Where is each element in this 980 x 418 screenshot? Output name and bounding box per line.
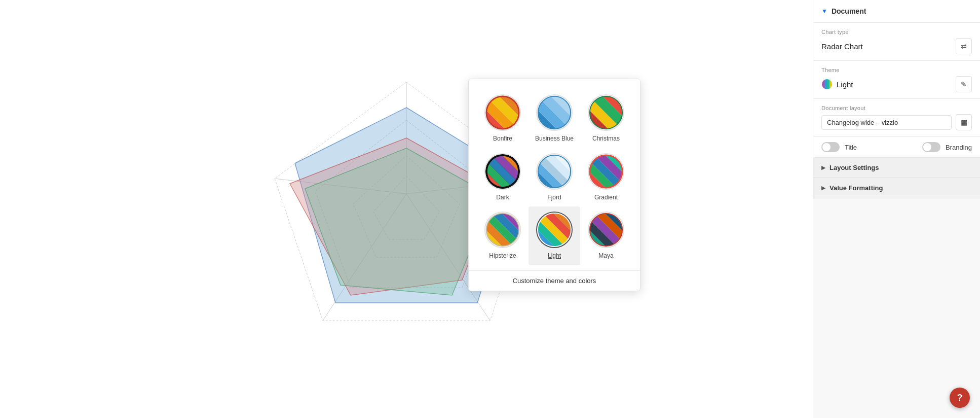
theme-swatch-maya — [588, 212, 624, 248]
document-label: Document — [832, 7, 866, 15]
branding-toggle-item: Branding — [922, 142, 972, 152]
theme-swatch-gradient — [588, 153, 624, 190]
theme-swatch-bonfire — [484, 94, 521, 131]
theme-current-value: Light — [837, 80, 853, 89]
theme-popup: Bonfire — [468, 79, 640, 291]
theme-name-business-blue: Business Blue — [535, 135, 574, 143]
theme-row: Light ✎ — [821, 76, 972, 92]
chart-area: ❮ — [0, 0, 813, 418]
theme-item-maya[interactable]: Maya — [580, 206, 632, 265]
theme-item-christmas[interactable]: Christmas — [580, 89, 632, 148]
value-formatting-row[interactable]: ▶ Value Formatting — [813, 178, 980, 198]
theme-grid: Bonfire — [469, 84, 640, 270]
theme-name-bonfire: Bonfire — [493, 135, 512, 143]
document-layout-section: Document layout Changelog wide – vizzlo … — [813, 99, 980, 137]
theme-section: Theme Light — [813, 61, 980, 99]
chart-type-label: Chart type — [821, 29, 972, 35]
title-toggle-item: Title — [821, 142, 857, 152]
layout-settings-expand-icon: ▶ — [821, 164, 825, 171]
theme-swatch-fjord — [536, 153, 573, 190]
theme-name-christmas: Christmas — [592, 135, 620, 143]
edit-theme-button[interactable]: ✎ — [956, 76, 972, 92]
theme-value-display[interactable]: Light — [821, 79, 853, 90]
theme-name-dark: Dark — [496, 194, 509, 202]
svg-rect-92 — [824, 79, 827, 90]
theme-name-fjord: Fjord — [547, 194, 561, 202]
theme-name-maya: Maya — [598, 252, 613, 260]
chevron-down-icon: ▼ — [821, 8, 827, 15]
title-toggle-label: Title — [845, 144, 857, 151]
panel-document-header: ▼ Document — [813, 0, 980, 23]
theme-swatch-dark — [484, 153, 521, 190]
title-toggle[interactable] — [821, 142, 840, 152]
theme-swatch-light — [536, 212, 573, 248]
theme-name-gradient: Gradient — [594, 194, 618, 202]
toggle-row: Title Branding — [813, 137, 980, 158]
chart-type-section: Chart type Radar Chart ⇄ — [813, 23, 980, 61]
svg-rect-93 — [827, 79, 830, 90]
theme-preview-circle — [821, 79, 833, 90]
theme-name-hipsterize: Hipsterize — [489, 252, 516, 260]
theme-item-hipsterize[interactable]: Hipsterize — [477, 206, 529, 265]
customize-theme-link[interactable]: Customize theme and colors — [469, 270, 640, 291]
grid-icon: ▦ — [961, 118, 967, 126]
theme-label: Theme — [821, 67, 972, 73]
theme-name-light: Light — [548, 252, 561, 260]
layout-settings-row[interactable]: ▶ Layout Settings — [813, 158, 980, 178]
document-layout-select[interactable]: Changelog wide – vizzlo — [821, 115, 952, 130]
theme-swatch-hipsterize — [484, 212, 521, 248]
change-chart-type-button[interactable]: ⇄ — [956, 38, 972, 54]
theme-item-light[interactable]: Light — [529, 206, 580, 265]
branding-toggle[interactable] — [922, 142, 940, 152]
theme-item-gradient[interactable]: Gradient — [580, 148, 632, 207]
swap-icon: ⇄ — [961, 42, 967, 50]
layout-grid-button[interactable]: ▦ — [956, 114, 972, 130]
branding-toggle-label: Branding — [946, 144, 972, 151]
edit-icon: ✎ — [961, 80, 967, 88]
value-formatting-expand-icon: ▶ — [821, 185, 825, 191]
chart-type-value: Radar Chart — [821, 42, 863, 51]
theme-swatch-christmas — [588, 94, 624, 131]
help-icon: ? — [957, 393, 963, 403]
theme-swatch-business-blue — [536, 94, 573, 131]
value-formatting-label: Value Formatting — [830, 184, 883, 192]
theme-item-business-blue[interactable]: Business Blue — [529, 89, 580, 148]
theme-item-bonfire[interactable]: Bonfire — [477, 89, 529, 148]
help-button[interactable]: ? — [950, 388, 970, 408]
document-layout-label: Document layout — [821, 105, 972, 111]
layout-settings-label: Layout Settings — [830, 164, 879, 171]
theme-item-fjord[interactable]: Fjord — [529, 148, 580, 207]
right-panel: ▼ Document Chart type Radar Chart ⇄ Them… — [813, 0, 980, 418]
layout-row: Changelog wide – vizzlo ▦ — [821, 114, 972, 130]
chart-type-row: Radar Chart ⇄ — [821, 38, 972, 54]
theme-item-dark[interactable]: Dark — [477, 148, 529, 207]
